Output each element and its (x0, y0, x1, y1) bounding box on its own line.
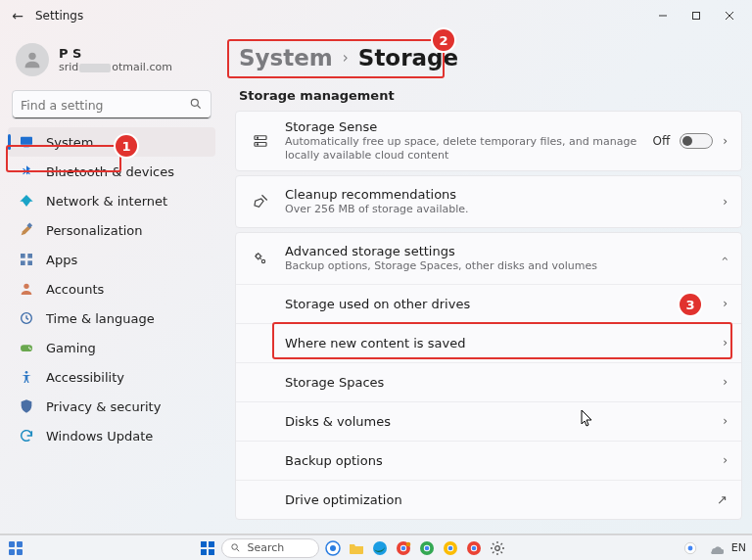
svg-line-35 (237, 549, 239, 551)
wifi-icon (18, 192, 35, 210)
edge-icon[interactable] (370, 538, 390, 558)
svg-rect-1 (693, 13, 700, 20)
person-icon (18, 280, 35, 298)
svg-point-40 (401, 545, 406, 550)
sidebar-item-network-internet[interactable]: Network & internet (8, 186, 215, 215)
svg-point-41 (406, 541, 411, 546)
shield-icon (18, 397, 35, 415)
chevron-right-icon: › (723, 297, 728, 310)
svg-rect-8 (24, 146, 28, 147)
chrome-icon[interactable] (394, 538, 413, 558)
minimize-button[interactable] (646, 2, 680, 29)
chrome-icon[interactable] (441, 538, 460, 558)
svg-point-51 (495, 545, 500, 550)
language-indicator[interactable]: EN (731, 541, 746, 554)
account-block[interactable]: P S sridotmail.com (8, 39, 215, 86)
svg-point-19 (25, 371, 28, 374)
svg-point-53 (687, 545, 692, 550)
svg-rect-28 (9, 549, 15, 555)
breadcrumb: System › Storage (235, 35, 742, 88)
clock-icon (18, 309, 35, 327)
chrome-tray-icon[interactable] (681, 538, 700, 558)
cleanup-title: Cleanup recommendations (285, 187, 709, 202)
sidebar-item-accessibility[interactable]: Accessibility (8, 362, 215, 392)
taskbar-search[interactable]: Search (221, 538, 319, 558)
svg-rect-27 (17, 541, 23, 547)
svg-point-44 (425, 545, 430, 550)
svg-rect-21 (255, 142, 266, 146)
breadcrumb-parent[interactable]: System (239, 45, 333, 70)
svg-rect-13 (27, 260, 32, 265)
apps-icon (18, 251, 35, 268)
storage-sense-sub: Automatically free up space, delete temp… (285, 135, 638, 163)
back-button[interactable]: ← (6, 8, 29, 23)
broom-icon (250, 193, 271, 210)
chevron-right-icon: › (723, 414, 728, 428)
svg-rect-32 (201, 549, 207, 555)
cleanup-sub: Over 256 MB of storage available. (285, 203, 709, 216)
title-bar: ← Settings (0, 0, 752, 31)
widgets-icon[interactable] (6, 538, 25, 558)
sidebar-item-accounts[interactable]: Accounts (8, 274, 215, 303)
window-title: Settings (35, 9, 83, 23)
search-icon (189, 96, 203, 115)
settings-app-icon[interactable] (488, 538, 507, 558)
taskbar[interactable]: Search EN (0, 535, 752, 560)
svg-rect-29 (17, 549, 23, 555)
advanced-item-backup-options[interactable]: Backup options› (236, 441, 741, 480)
settings-search[interactable] (12, 90, 212, 119)
search-input[interactable] (21, 98, 189, 113)
sidebar-item-apps[interactable]: Apps (8, 245, 215, 274)
svg-line-6 (198, 105, 201, 108)
maximize-button[interactable] (680, 2, 713, 29)
user-email: sridotmail.com (59, 61, 172, 73)
onedrive-icon[interactable] (706, 538, 726, 558)
chevron-right-icon: › (723, 134, 728, 148)
chevron-right-icon: › (723, 195, 728, 209)
sidebar-item-label: Bluetooth & devices (46, 164, 174, 179)
svg-rect-26 (9, 541, 15, 547)
svg-rect-30 (201, 541, 207, 547)
svg-point-17 (28, 347, 30, 349)
advanced-item-storage-used-on-other-drives[interactable]: Storage used on other drives› (236, 284, 741, 323)
storage-sense-icon (250, 132, 271, 150)
storage-sense-toggle[interactable] (680, 133, 713, 149)
chevron-right-icon: › (723, 375, 728, 389)
advanced-item-label: Backup options (285, 453, 723, 468)
advanced-item-drive-optimization[interactable]: Drive optimization↗ (236, 480, 741, 519)
svg-rect-10 (21, 254, 25, 258)
advanced-item-label: Storage used on other drives (285, 297, 723, 311)
cleanup-card[interactable]: Cleanup recommendations Over 256 MB of s… (235, 175, 742, 228)
advanced-item-disks-volumes[interactable]: Disks & volumes› (236, 401, 741, 441)
storage-sense-card[interactable]: Storage Sense Automatically free up spac… (235, 111, 742, 171)
advanced-item-storage-spaces[interactable]: Storage Spaces› (236, 362, 741, 401)
svg-point-25 (261, 259, 264, 262)
svg-point-18 (29, 349, 31, 350)
sidebar-item-label: Windows Update (46, 429, 153, 443)
explorer-icon[interactable] (347, 538, 366, 558)
advanced-title: Advanced storage settings (285, 244, 709, 258)
svg-rect-12 (21, 260, 25, 265)
sidebar-item-privacy-security[interactable]: Privacy & security (8, 392, 215, 421)
sidebar-item-label: System (46, 135, 93, 150)
advanced-item-where-new-content-is-saved[interactable]: Where new content is saved› (236, 323, 741, 362)
sidebar-item-gaming[interactable]: Gaming (8, 333, 215, 362)
svg-rect-7 (21, 137, 32, 145)
copilot-icon[interactable] (323, 538, 343, 558)
sidebar-item-personalization[interactable]: Personalization (8, 215, 215, 245)
brush-icon (18, 221, 35, 239)
sidebar-item-label: Network & internet (46, 194, 167, 209)
close-button[interactable] (713, 2, 746, 29)
advanced-header[interactable]: Advanced storage settings Backup options… (236, 233, 741, 284)
start-icon[interactable] (198, 538, 217, 558)
sidebar-item-time-language[interactable]: Time & language (8, 303, 215, 333)
sidebar-item-system[interactable]: System (8, 127, 215, 157)
taskbar-search-label: Search (247, 541, 284, 554)
sidebar-item-windows-update[interactable]: Windows Update (8, 421, 215, 450)
svg-rect-11 (27, 254, 32, 258)
chrome-icon[interactable] (417, 538, 437, 558)
gears-icon (250, 250, 271, 267)
chrome-icon[interactable] (464, 538, 484, 558)
advanced-item-label: Storage Spaces (285, 375, 723, 390)
sidebar-item-bluetooth-devices[interactable]: Bluetooth & devices (8, 157, 215, 186)
